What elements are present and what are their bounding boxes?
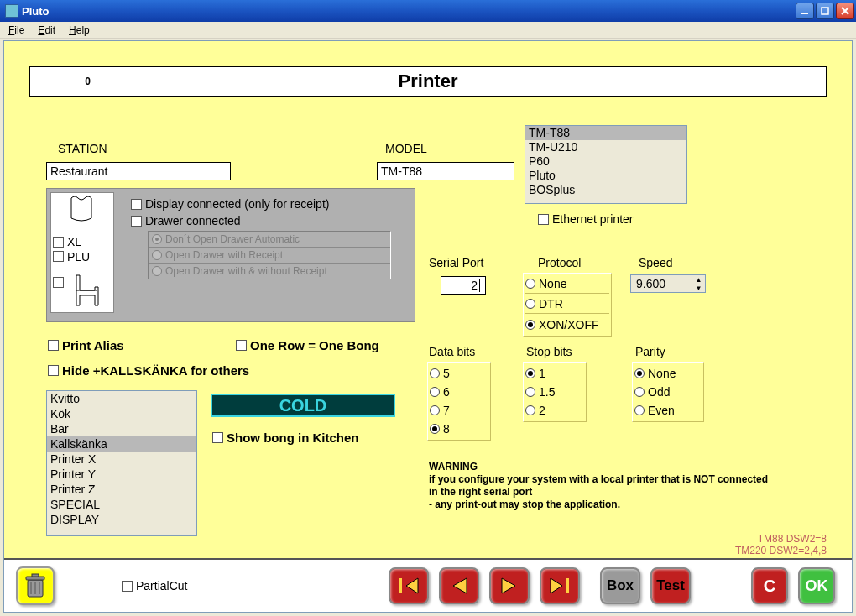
test-button[interactable]: Test xyxy=(650,567,691,604)
drawer-opt-a: Don´t Open Drawer Automatic xyxy=(149,232,390,248)
model-value: TM-T88 xyxy=(381,164,422,178)
arrow-first-icon xyxy=(398,577,420,595)
plu-checkbox[interactable]: PLU xyxy=(53,250,90,264)
menu-help[interactable]: Help xyxy=(64,23,95,38)
station-value: Restaurant xyxy=(50,164,107,178)
close-button[interactable] xyxy=(836,3,854,19)
hide-kall-checkbox[interactable]: Hide +KALLSKÄNKA for others xyxy=(48,363,249,378)
model-listbox[interactable]: TM-T88 TM-U210 P60 Pluto BOSplus xyxy=(525,125,687,204)
svg-rect-8 xyxy=(399,578,402,593)
arrow-left-icon xyxy=(448,577,470,595)
protocol-dtr[interactable]: DTR xyxy=(525,295,609,314)
arrow-last-icon xyxy=(549,577,571,595)
databits-8[interactable]: 8 xyxy=(430,420,488,438)
printers-listbox[interactable]: Kvitto Kök Bar Kallskänka Printer X Prin… xyxy=(46,390,197,536)
svg-marker-11 xyxy=(502,578,515,593)
plist-2[interactable]: Bar xyxy=(47,421,196,436)
one-row-checkbox[interactable]: One Row = One Bong xyxy=(236,338,379,352)
xl-checkbox[interactable]: XL xyxy=(53,235,81,248)
svg-rect-3 xyxy=(26,577,44,580)
print-alias-checkbox[interactable]: Print Alias xyxy=(48,338,124,352)
parity-none[interactable]: None xyxy=(634,364,702,383)
drawer-opt-b: Open Drawer with Receipt xyxy=(149,248,390,264)
page-title: Printer xyxy=(97,70,759,92)
serial-port-input[interactable]: 2 xyxy=(441,276,486,295)
drawer-connected-checkbox[interactable]: Drawer connected xyxy=(131,214,408,227)
model-opt-0[interactable]: TM-T88 xyxy=(525,126,686,140)
serial-label: Serial Port xyxy=(429,256,483,269)
databits-label: Data bits xyxy=(429,345,475,358)
model-label: MODEL xyxy=(385,142,427,155)
nav-first-button[interactable] xyxy=(389,567,429,604)
nav-prev-button[interactable] xyxy=(439,567,479,604)
station-label: STATION xyxy=(58,142,107,155)
svg-marker-10 xyxy=(453,578,467,593)
model-opt-4[interactable]: BOSplus xyxy=(525,183,686,197)
display-connected-checkbox[interactable]: Display connected (only for receipt) xyxy=(131,197,408,211)
plist-6[interactable]: Printer Z xyxy=(47,482,196,497)
header-index: 0 xyxy=(30,76,97,87)
client-area: 0 Printer STATION Restaurant MODEL TM-T8… xyxy=(3,40,853,613)
svg-rect-0 xyxy=(801,13,808,14)
databits-5[interactable]: 5 xyxy=(430,364,488,383)
ok-button[interactable]: OK xyxy=(798,567,835,604)
speed-label: Speed xyxy=(639,256,672,269)
menu-edit[interactable]: Edit xyxy=(33,23,60,38)
box-button[interactable]: Box xyxy=(600,567,640,604)
speed-spinner[interactable]: 9.600 ▲ ▼ xyxy=(630,274,706,293)
parity-even[interactable]: Even xyxy=(634,401,702,420)
protocol-none[interactable]: None xyxy=(525,275,609,294)
trash-button[interactable] xyxy=(16,566,55,605)
plist-1[interactable]: Kök xyxy=(47,406,196,421)
nav-last-button[interactable] xyxy=(540,567,580,604)
stopbits-2[interactable]: 2 xyxy=(525,401,584,420)
model-opt-2[interactable]: P60 xyxy=(525,154,686,169)
plist-4[interactable]: Printer X xyxy=(47,452,196,467)
window-title: Pluto xyxy=(22,5,794,18)
stopbits-label: Stop bits xyxy=(526,345,572,358)
show-bong-checkbox[interactable]: Show bong in Kitchen xyxy=(212,431,359,445)
model-opt-3[interactable]: Pluto xyxy=(525,169,686,183)
warning-text: WARNING if you configure your system wit… xyxy=(429,461,768,511)
title-bar: Pluto xyxy=(0,0,856,22)
speed-up[interactable]: ▲ xyxy=(692,275,705,284)
clear-button[interactable]: C xyxy=(751,567,788,604)
drawer-opt-c: Open Drawer with & without Receipt xyxy=(149,264,390,279)
plist-3[interactable]: Kallskänka xyxy=(47,436,196,452)
menu-bar: File Edit Help xyxy=(0,22,856,39)
arrow-right-icon xyxy=(498,577,520,595)
parity-odd[interactable]: Odd xyxy=(634,383,702,401)
nav-next-button[interactable] xyxy=(489,567,530,604)
svg-rect-1 xyxy=(822,8,828,14)
svg-rect-13 xyxy=(566,578,569,593)
partialcut-checkbox[interactable]: PartialCut xyxy=(122,579,187,593)
plist-8[interactable]: DISPLAY xyxy=(47,512,196,527)
stopbits-15[interactable]: 1.5 xyxy=(525,383,584,401)
parity-label: Parity xyxy=(635,345,665,358)
stopbits-1[interactable]: 1 xyxy=(525,364,584,383)
minimize-button[interactable] xyxy=(796,3,814,19)
footer-bar: PartialCut Box Test C OK xyxy=(4,558,852,612)
menu-file[interactable]: File xyxy=(3,23,29,38)
speed-down[interactable]: ▼ xyxy=(692,284,705,292)
plist-5[interactable]: Printer Y xyxy=(47,467,196,482)
receipt-graphic-frame: XL PLU xyxy=(50,192,114,313)
databits-7[interactable]: 7 xyxy=(430,401,488,420)
ethernet-checkbox[interactable]: Ethernet printer xyxy=(538,212,634,226)
header-panel: 0 Printer xyxy=(29,66,827,97)
plist-7[interactable]: SPECIAL xyxy=(47,497,196,512)
chair-checkbox[interactable] xyxy=(53,277,64,288)
model-input[interactable]: TM-T88 xyxy=(377,162,514,180)
drawer-options-group: Don´t Open Drawer Automatic Open Drawer … xyxy=(148,231,391,279)
maximize-button[interactable] xyxy=(816,3,834,19)
svg-rect-4 xyxy=(32,574,39,577)
station-input[interactable]: Restaurant xyxy=(46,162,231,180)
protocol-xon[interactable]: XON/XOFF xyxy=(525,316,609,334)
serial-port-value: 2 xyxy=(471,279,478,292)
dsw-text: TM88 DSW2=8 TM220 DSW2=2,4,8 xyxy=(735,533,827,556)
model-opt-1[interactable]: TM-U210 xyxy=(525,140,686,154)
plist-0[interactable]: Kvitto xyxy=(47,391,196,406)
trash-icon xyxy=(24,573,46,598)
databits-6[interactable]: 6 xyxy=(430,383,488,401)
app-icon xyxy=(5,4,18,18)
